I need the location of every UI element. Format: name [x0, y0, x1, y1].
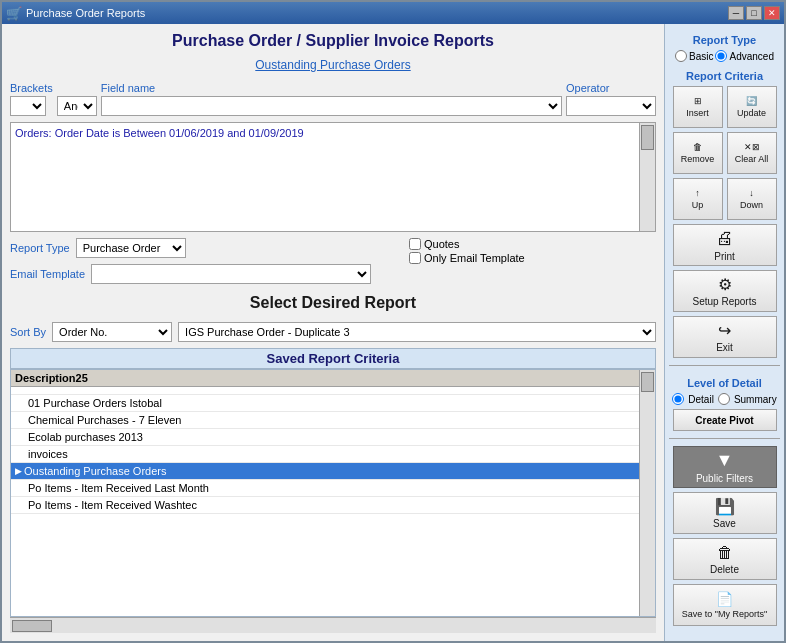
detail-radio[interactable] — [672, 393, 684, 405]
list-item[interactable]: invoices — [11, 446, 655, 463]
maximize-button[interactable]: □ — [746, 6, 762, 20]
remove-label: Remove — [681, 154, 715, 164]
horizontal-scrollbar[interactable] — [10, 617, 656, 633]
remove-icon: 🗑 — [693, 142, 702, 152]
email-template-select[interactable] — [91, 264, 371, 284]
delete-button[interactable]: 🗑 Delete — [673, 538, 777, 580]
and-select[interactable]: And Or — [57, 96, 97, 116]
report-type-label: Report Type — [10, 242, 70, 254]
criteria-display: Orders: Order Date is Between 01/06/2019… — [10, 122, 656, 232]
title-bar-left: 🛒 Purchase Order Reports — [6, 6, 145, 21]
list-scrollbar-thumb — [641, 372, 654, 392]
report-type-radios: Basic Advanced — [675, 50, 774, 62]
public-filters-button[interactable]: ▼ Public Filters — [673, 446, 777, 488]
email-template-row: Email Template — [10, 264, 371, 284]
brackets-label: Brackets — [10, 82, 53, 94]
quotes-checkbox[interactable] — [409, 238, 421, 250]
field-select[interactable] — [101, 96, 562, 116]
save-label: Save — [713, 518, 736, 529]
down-label: Down — [740, 200, 763, 210]
save-button[interactable]: 💾 Save — [673, 492, 777, 534]
up-button[interactable]: ↑ Up — [673, 178, 723, 220]
list-item[interactable] — [11, 387, 655, 395]
main-content: Purchase Order / Supplier Invoice Report… — [2, 24, 784, 641]
app-icon: 🛒 — [6, 6, 22, 21]
insert-update-row: ⊞ Insert 🔄 Update — [673, 86, 777, 128]
report-type-row: Report Type Purchase Order Supplier Invo… — [10, 238, 371, 258]
remove-button[interactable]: 🗑 Remove — [673, 132, 723, 174]
advanced-label: Advanced — [729, 51, 773, 62]
report-type-select[interactable]: Purchase Order Supplier Invoice — [76, 238, 186, 258]
advanced-radio[interactable] — [715, 50, 727, 62]
print-label: Print — [714, 251, 735, 262]
print-button[interactable]: 🖨 Print — [673, 224, 777, 266]
saved-criteria-title: Saved Report Criteria — [10, 348, 656, 369]
title-bar: 🛒 Purchase Order Reports ─ □ ✕ — [2, 2, 784, 24]
summary-label: Summary — [734, 394, 777, 405]
down-button[interactable]: ↓ Down — [727, 178, 777, 220]
window-title: Purchase Order Reports — [26, 7, 145, 19]
report-email-left: Report Type Purchase Order Supplier Invo… — [10, 238, 371, 284]
list-item[interactable]: Chemical Purchases - 7 Eleven — [11, 412, 655, 429]
only-email-checkbox-row: Only Email Template — [409, 252, 525, 264]
save-my-reports-button[interactable]: 📄 Save to "My Reports" — [673, 584, 777, 626]
save-icon: 💾 — [715, 497, 735, 516]
level-detail-title: Level of Detail — [687, 377, 762, 389]
detail-label: Detail — [688, 394, 714, 405]
window-controls: ─ □ ✕ — [728, 6, 780, 20]
report-dropdown[interactable]: IGS Purchase Order - Duplicate 3 — [178, 322, 656, 342]
list-scrollbar[interactable] — [639, 370, 655, 616]
vertical-scrollbar[interactable] — [639, 123, 655, 231]
brackets-select[interactable] — [10, 96, 46, 116]
save-my-icon: 📄 — [716, 591, 733, 607]
delete-label: Delete — [710, 564, 739, 575]
scrollbar-thumb — [641, 125, 654, 150]
sort-by-label: Sort By — [10, 326, 46, 338]
level-detail-row: Detail Summary — [672, 393, 776, 405]
only-email-label: Only Email Template — [424, 252, 525, 264]
list-item[interactable]: 01 Purchase Orders Istobal — [11, 395, 655, 412]
quotes-checkbox-row: Quotes — [409, 238, 525, 250]
create-pivot-button[interactable]: Create Pivot — [673, 409, 777, 431]
minimize-button[interactable]: ─ — [728, 6, 744, 20]
sort-select[interactable]: Order No. — [52, 322, 172, 342]
report-email-section: Report Type Purchase Order Supplier Invo… — [10, 238, 656, 284]
page-title: Purchase Order / Supplier Invoice Report… — [10, 32, 656, 50]
summary-radio[interactable] — [718, 393, 730, 405]
subtitle: Oustanding Purchase Orders — [10, 58, 656, 72]
right-panel: Report Type Basic Advanced Report Criter… — [664, 24, 784, 641]
checkboxes-col: Quotes Only Email Template — [409, 238, 525, 264]
setup-label: Setup Reports — [693, 296, 757, 307]
insert-button[interactable]: ⊞ Insert — [673, 86, 723, 128]
list-header: Description25 — [11, 370, 655, 387]
criteria-builder-row: Brackets And Or Field name Operator — [10, 82, 656, 116]
update-button[interactable]: 🔄 Update — [727, 86, 777, 128]
divider-2 — [669, 438, 780, 439]
exit-button[interactable]: ↪ Exit — [673, 316, 777, 358]
operator-select[interactable] — [566, 96, 656, 116]
insert-icon: ⊞ — [694, 96, 702, 106]
quotes-label: Quotes — [424, 238, 459, 250]
up-label: Up — [692, 200, 704, 210]
list-item[interactable]: Ecolab purchases 2013 — [11, 429, 655, 446]
only-email-checkbox[interactable] — [409, 252, 421, 264]
saved-criteria-list-container: Description25 01 Purchase Orders Istobal… — [10, 369, 656, 617]
insert-label: Insert — [686, 108, 709, 118]
saved-criteria-section: Saved Report Criteria Description25 01 P… — [10, 348, 656, 633]
up-icon: ↑ — [695, 188, 700, 198]
left-panel: Purchase Order / Supplier Invoice Report… — [2, 24, 664, 641]
remove-clearall-row: 🗑 Remove ✕⊠ Clear All — [673, 132, 777, 174]
clear-all-icon: ✕⊠ — [744, 142, 760, 152]
basic-radio[interactable] — [675, 50, 687, 62]
save-my-label: Save to "My Reports" — [682, 609, 767, 619]
close-button[interactable]: ✕ — [764, 6, 780, 20]
exit-label: Exit — [716, 342, 733, 353]
clear-all-button[interactable]: ✕⊠ Clear All — [727, 132, 777, 174]
exit-icon: ↪ — [718, 321, 731, 340]
filter-icon: ▼ — [716, 450, 734, 471]
setup-reports-button[interactable]: ⚙ Setup Reports — [673, 270, 777, 312]
list-item[interactable]: ▶Oustanding Purchase Orders — [11, 463, 655, 480]
list-item[interactable]: Po Items - Item Received Washtec — [11, 497, 655, 514]
list-item[interactable]: Po Items - Item Received Last Month — [11, 480, 655, 497]
up-down-row: ↑ Up ↓ Down — [673, 178, 777, 220]
